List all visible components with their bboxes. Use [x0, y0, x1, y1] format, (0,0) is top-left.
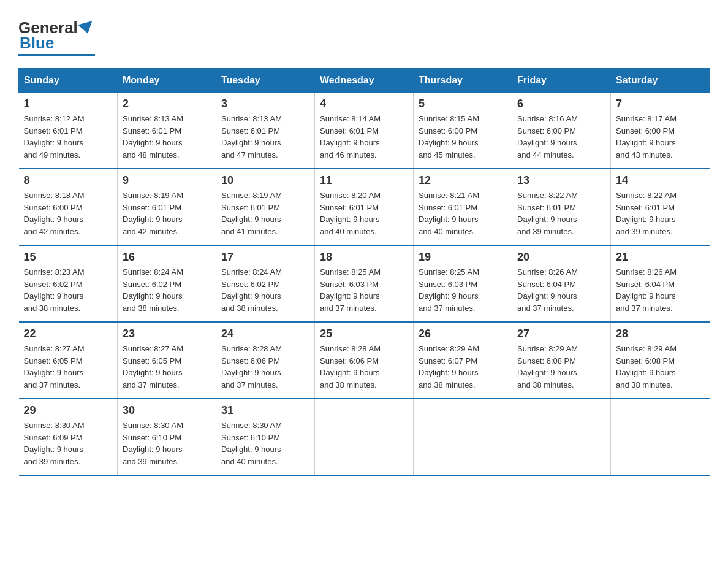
sunrise-label: Sunrise: 8:28 AM: [221, 344, 282, 353]
logo: General Blue: [18, 18, 95, 56]
daylight-minutes: and 41 minutes.: [221, 227, 278, 236]
day-info: Sunrise: 8:14 AM Sunset: 6:01 PM Dayligh…: [320, 113, 408, 161]
sunrise-label: Sunrise: 8:29 AM: [419, 344, 479, 353]
daylight-minutes: and 40 minutes.: [320, 227, 377, 236]
sunset-label: Sunset: 6:02 PM: [123, 280, 181, 289]
sunset-label: Sunset: 6:06 PM: [221, 356, 280, 366]
calendar-cell: 11 Sunrise: 8:20 AM Sunset: 6:01 PM Dayl…: [315, 169, 414, 245]
sunrise-label: Sunrise: 8:24 AM: [221, 267, 282, 277]
day-info: Sunrise: 8:25 AM Sunset: 6:03 PM Dayligh…: [419, 266, 507, 314]
daylight-minutes: and 45 minutes.: [419, 150, 476, 159]
day-info: Sunrise: 8:26 AM Sunset: 6:04 PM Dayligh…: [616, 266, 705, 314]
day-info: Sunrise: 8:30 AM Sunset: 6:10 PM Dayligh…: [221, 419, 309, 467]
daylight-label: Daylight: 9 hours: [221, 445, 281, 454]
day-info: Sunrise: 8:23 AM Sunset: 6:02 PM Dayligh…: [24, 266, 113, 314]
day-info: Sunrise: 8:27 AM Sunset: 6:05 PM Dayligh…: [123, 343, 211, 391]
daylight-label: Daylight: 9 hours: [123, 368, 183, 377]
day-number: 1: [24, 98, 113, 110]
day-number: 3: [221, 98, 309, 110]
daylight-label: Daylight: 9 hours: [616, 291, 676, 301]
day-info: Sunrise: 8:24 AM Sunset: 6:02 PM Dayligh…: [221, 266, 309, 314]
sunset-label: Sunset: 6:10 PM: [123, 433, 181, 442]
calendar-header-row: SundayMondayTuesdayWednesdayThursdayFrid…: [19, 69, 710, 93]
calendar-week-row: 29 Sunrise: 8:30 AM Sunset: 6:09 PM Dayl…: [19, 399, 710, 475]
calendar-week-row: 15 Sunrise: 8:23 AM Sunset: 6:02 PM Dayl…: [19, 245, 710, 322]
sunrise-label: Sunrise: 8:13 AM: [123, 114, 183, 123]
sunset-label: Sunset: 6:01 PM: [320, 203, 379, 212]
daylight-label: Daylight: 9 hours: [616, 138, 676, 147]
day-number: 4: [320, 98, 408, 110]
header-friday: Friday: [512, 69, 611, 93]
daylight-label: Daylight: 9 hours: [320, 368, 380, 377]
daylight-minutes: and 37 minutes.: [419, 304, 476, 313]
sunrise-label: Sunrise: 8:17 AM: [616, 114, 677, 123]
day-number: 23: [123, 327, 211, 340]
sunrise-label: Sunrise: 8:19 AM: [123, 191, 183, 200]
daylight-minutes: and 38 minutes.: [221, 304, 278, 313]
day-number: 7: [616, 98, 705, 110]
daylight-label: Daylight: 9 hours: [24, 445, 84, 454]
day-info: Sunrise: 8:29 AM Sunset: 6:08 PM Dayligh…: [616, 343, 705, 391]
day-number: 14: [616, 174, 705, 187]
header-wednesday: Wednesday: [315, 69, 414, 93]
daylight-label: Daylight: 9 hours: [123, 445, 183, 454]
sunset-label: Sunset: 6:01 PM: [24, 126, 83, 136]
day-info: Sunrise: 8:15 AM Sunset: 6:00 PM Dayligh…: [419, 113, 507, 161]
daylight-minutes: and 39 minutes.: [123, 457, 180, 466]
day-number: 18: [320, 251, 408, 264]
sunset-label: Sunset: 6:03 PM: [419, 280, 477, 289]
daylight-minutes: and 38 minutes.: [517, 380, 574, 389]
day-number: 26: [419, 327, 507, 340]
calendar-cell: 18 Sunrise: 8:25 AM Sunset: 6:03 PM Dayl…: [315, 245, 414, 322]
daylight-label: Daylight: 9 hours: [24, 368, 84, 377]
calendar-cell: 12 Sunrise: 8:21 AM Sunset: 6:01 PM Dayl…: [414, 169, 512, 245]
day-info: Sunrise: 8:26 AM Sunset: 6:04 PM Dayligh…: [517, 266, 605, 314]
day-number: 5: [419, 98, 507, 110]
sunrise-label: Sunrise: 8:27 AM: [24, 344, 85, 353]
day-number: 21: [616, 251, 705, 264]
sunrise-label: Sunrise: 8:12 AM: [24, 114, 85, 123]
day-info: Sunrise: 8:18 AM Sunset: 6:00 PM Dayligh…: [24, 190, 113, 237]
calendar-cell: 7 Sunrise: 8:17 AM Sunset: 6:00 PM Dayli…: [611, 93, 710, 169]
calendar-cell: 6 Sunrise: 8:16 AM Sunset: 6:00 PM Dayli…: [512, 93, 611, 169]
calendar-cell: 9 Sunrise: 8:19 AM Sunset: 6:01 PM Dayli…: [118, 169, 216, 245]
sunrise-label: Sunrise: 8:19 AM: [221, 191, 282, 200]
daylight-label: Daylight: 9 hours: [517, 368, 577, 377]
sunrise-label: Sunrise: 8:29 AM: [616, 344, 677, 353]
day-info: Sunrise: 8:30 AM Sunset: 6:09 PM Dayligh…: [24, 419, 113, 467]
day-info: Sunrise: 8:28 AM Sunset: 6:06 PM Dayligh…: [320, 343, 408, 391]
daylight-minutes: and 49 minutes.: [24, 150, 81, 159]
day-number: 6: [517, 98, 605, 110]
calendar-cell: 15 Sunrise: 8:23 AM Sunset: 6:02 PM Dayl…: [19, 245, 118, 322]
calendar-cell: 19 Sunrise: 8:25 AM Sunset: 6:03 PM Dayl…: [414, 245, 512, 322]
day-number: 2: [123, 98, 211, 110]
sunrise-label: Sunrise: 8:30 AM: [123, 421, 183, 430]
sunset-label: Sunset: 6:05 PM: [123, 356, 181, 366]
day-info: Sunrise: 8:19 AM Sunset: 6:01 PM Dayligh…: [123, 190, 211, 237]
sunrise-label: Sunrise: 8:23 AM: [24, 267, 85, 277]
sunset-label: Sunset: 6:04 PM: [517, 280, 576, 289]
daylight-label: Daylight: 9 hours: [517, 138, 577, 147]
sunrise-label: Sunrise: 8:26 AM: [616, 267, 677, 277]
daylight-minutes: and 43 minutes.: [616, 150, 673, 159]
daylight-label: Daylight: 9 hours: [221, 138, 281, 147]
calendar-cell: [414, 399, 512, 475]
day-number: 11: [320, 174, 408, 187]
daylight-minutes: and 38 minutes.: [419, 380, 476, 389]
sunrise-label: Sunrise: 8:21 AM: [419, 191, 479, 200]
sunrise-label: Sunrise: 8:30 AM: [24, 421, 85, 430]
calendar-cell: 30 Sunrise: 8:30 AM Sunset: 6:10 PM Dayl…: [118, 399, 216, 475]
day-number: 27: [517, 327, 605, 340]
daylight-minutes: and 46 minutes.: [320, 150, 377, 159]
daylight-minutes: and 44 minutes.: [517, 150, 574, 159]
calendar-cell: 17 Sunrise: 8:24 AM Sunset: 6:02 PM Dayl…: [216, 245, 315, 322]
day-info: Sunrise: 8:21 AM Sunset: 6:01 PM Dayligh…: [419, 190, 507, 237]
day-info: Sunrise: 8:13 AM Sunset: 6:01 PM Dayligh…: [221, 113, 309, 161]
calendar-cell: 21 Sunrise: 8:26 AM Sunset: 6:04 PM Dayl…: [611, 245, 710, 322]
day-number: 19: [419, 251, 507, 264]
sunset-label: Sunset: 6:00 PM: [24, 203, 83, 212]
logo-blue-text: Blue: [20, 34, 54, 53]
day-number: 25: [320, 327, 408, 340]
sunrise-label: Sunrise: 8:22 AM: [517, 191, 578, 200]
sunset-label: Sunset: 6:07 PM: [419, 356, 477, 366]
